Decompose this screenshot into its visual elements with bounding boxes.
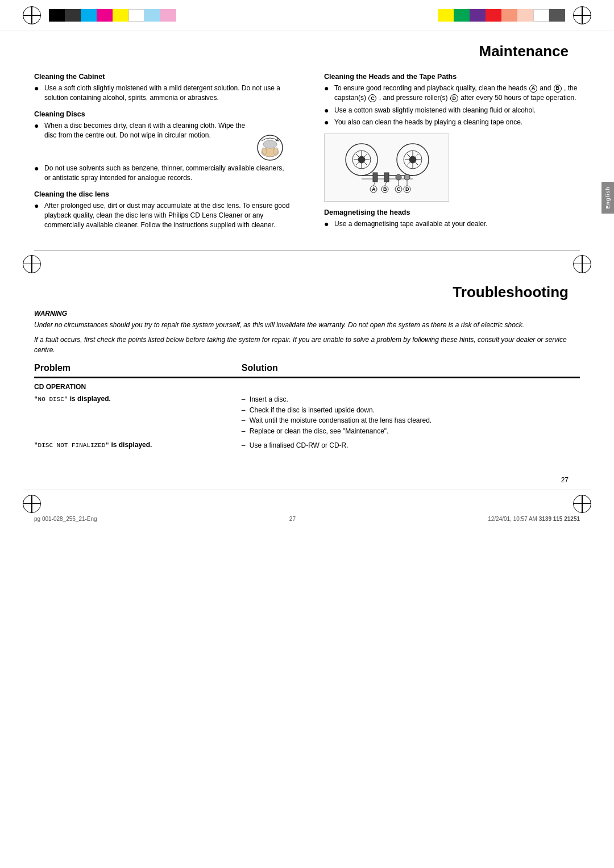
heads-text-and: and — [540, 84, 551, 92]
color-block — [454, 9, 470, 22]
footer-center: 27 — [289, 516, 296, 522]
color-block — [486, 9, 501, 22]
cleaning-heads-item1: ● To ensure good recording and playback … — [324, 84, 580, 103]
troubleshooting-content: WARNING Under no circumstances should yo… — [0, 310, 614, 453]
cleaning-heads-text1: To ensure good recording and playback qu… — [334, 84, 580, 103]
reg-mark-top-left — [23, 6, 41, 24]
reg-mark-top-right — [573, 6, 591, 24]
solution-no-disc: Insert a disc. Check if the disc is inse… — [242, 393, 580, 439]
color-block — [438, 9, 454, 22]
cleaning-discs-row: ● When a disc becomes dirty, clean it wi… — [34, 121, 290, 164]
cleaning-discs-text2: Do not use solvents such as benzene, thi… — [44, 164, 290, 183]
solution-item: Insert a disc. — [242, 395, 580, 404]
cleaning-discs-title: Cleaning Discs — [34, 110, 290, 118]
footer-right: 12/24/01, 10:57 AM 3139 115 21251 — [488, 516, 580, 522]
reg-mark-bottom-left — [23, 255, 41, 273]
warning-text1: Under no circumstances should you try to… — [34, 320, 580, 330]
bullet-icon: ● — [324, 106, 332, 114]
cleaning-cabinet-text1: Use a soft cloth slightly moistened with… — [44, 84, 290, 103]
footer: pg 001-028_255_21-Eng 27 12/24/01, 10:57… — [0, 513, 614, 525]
bullet-icon: ● — [34, 122, 42, 130]
solution-col-header: Solution — [242, 363, 580, 377]
demagnetising-item1: ● Use a demagnetising tape available at … — [324, 219, 580, 229]
color-block — [470, 9, 486, 22]
problem-col-header: Problem — [34, 363, 242, 377]
cleaning-disc-lens-item1: ● After prolonged use, dirt or dust may … — [34, 201, 290, 231]
svg-point-5 — [263, 140, 277, 148]
top-registration-area — [0, 0, 614, 31]
color-block — [113, 9, 128, 22]
cleaning-cabinet-item1: ● Use a soft cloth slightly moistened wi… — [34, 84, 290, 103]
bottom-reg-area — [0, 251, 614, 278]
svg-text:A: A — [372, 186, 376, 192]
footer-left: pg 001-028_255_21-Eng — [34, 516, 97, 522]
reg-mark-footer-right — [573, 495, 591, 513]
solution-item: Replace or clean the disc, see "Maintena… — [242, 427, 580, 436]
table-header-row: Problem Solution — [34, 363, 580, 377]
cleaning-heads-item2: ● Use a cotton swab slightly moistened w… — [324, 106, 580, 115]
demagnetising-title: Demagnetising the heads — [324, 208, 580, 216]
label-a: A — [529, 85, 537, 93]
problem-code: "DISC NOT FINALIZED" — [34, 442, 109, 449]
svg-rect-23 — [384, 173, 389, 182]
bottom-marks-area — [23, 490, 591, 513]
reg-mark-footer-left — [23, 495, 41, 513]
page-number: 27 — [0, 476, 614, 484]
cd-operation-label: CD OPERATION — [34, 378, 580, 393]
svg-text:B: B — [383, 186, 387, 192]
problem-text: is displayed. — [70, 395, 111, 403]
color-block — [501, 9, 517, 22]
warning-text2: If a fault occurs, first check the point… — [34, 335, 580, 355]
color-block — [97, 9, 113, 22]
label-d: D — [450, 94, 458, 102]
color-block — [128, 9, 144, 22]
solution-list: Use a finalised CD-RW or CD-R. — [242, 441, 580, 450]
problem-text: is displayed. — [111, 441, 152, 449]
svg-point-24 — [396, 174, 401, 180]
problem-code: "NO DISC" — [34, 396, 68, 403]
color-block — [533, 9, 549, 22]
cleaning-heads-text2: Use a cotton swab slightly moistened wit… — [334, 106, 580, 115]
cd-operation-category: CD OPERATION — [34, 378, 580, 393]
bullet-icon: ● — [34, 84, 42, 92]
cleaning-cabinet-title: Cleaning the Cabinet — [34, 73, 290, 81]
demagnetising-text1: Use a demagnetising tape available at yo… — [334, 219, 580, 229]
left-column: Cleaning the Cabinet ● Use a soft cloth … — [34, 66, 296, 233]
svg-rect-22 — [373, 173, 377, 182]
color-block — [160, 9, 176, 22]
heads-text-pre: To ensure good recording and playback qu… — [334, 84, 527, 92]
solution-item: Check if the disc is inserted upside dow… — [242, 406, 580, 415]
troubleshooting-title: Troubleshooting — [0, 278, 614, 310]
bullet-icon: ● — [34, 164, 42, 172]
maintenance-title: Maintenance — [0, 31, 614, 66]
cleaning-discs-item2: ● Do not use solvents such as benzene, t… — [34, 164, 290, 183]
color-block — [549, 9, 565, 22]
table-row: "DISC NOT FINALIZED" is displayed. Use a… — [34, 439, 580, 453]
cleaning-heads-text3: You also can clean the heads by playing … — [334, 118, 580, 127]
bullet-icon: ● — [324, 84, 332, 92]
heads-text-post2: , and pressure roller(s) — [379, 94, 448, 102]
svg-text:C: C — [397, 186, 401, 192]
bullet-icon: ● — [324, 118, 332, 126]
bullet-icon: ● — [324, 220, 332, 228]
reg-mark-bottom-right — [573, 255, 591, 273]
solution-item: Wait until the moisture condensation at … — [242, 416, 580, 425]
label-b: B — [554, 85, 562, 93]
right-column: Cleaning the Heads and the Tape Paths ● … — [318, 66, 580, 233]
maintenance-content: Cleaning the Cabinet ● Use a soft cloth … — [0, 66, 614, 233]
color-block — [65, 9, 81, 22]
page-num-text: 27 — [561, 476, 569, 484]
svg-line-34 — [374, 182, 375, 186]
svg-point-25 — [404, 174, 410, 180]
cleaning-discs-text1: When a disc becomes dirty, clean it with… — [44, 121, 246, 141]
problem-not-finalized: "DISC NOT FINALIZED" is displayed. — [34, 439, 242, 453]
svg-line-35 — [385, 182, 387, 186]
cleaning-heads-title: Cleaning the Heads and the Tape Paths — [324, 73, 580, 81]
tape-path-diagram: A B C D — [324, 133, 449, 202]
bullet-icon: ● — [34, 202, 42, 210]
problem-no-disc: "NO DISC" is displayed. — [34, 393, 242, 439]
language-label: English — [605, 186, 611, 209]
warning-block: WARNING Under no circumstances should yo… — [34, 310, 580, 355]
table-row: "NO DISC" is displayed. Insert a disc. C… — [34, 393, 580, 439]
problem-solution-table: Problem Solution CD OPERATION "NO DISC" … — [34, 363, 580, 453]
